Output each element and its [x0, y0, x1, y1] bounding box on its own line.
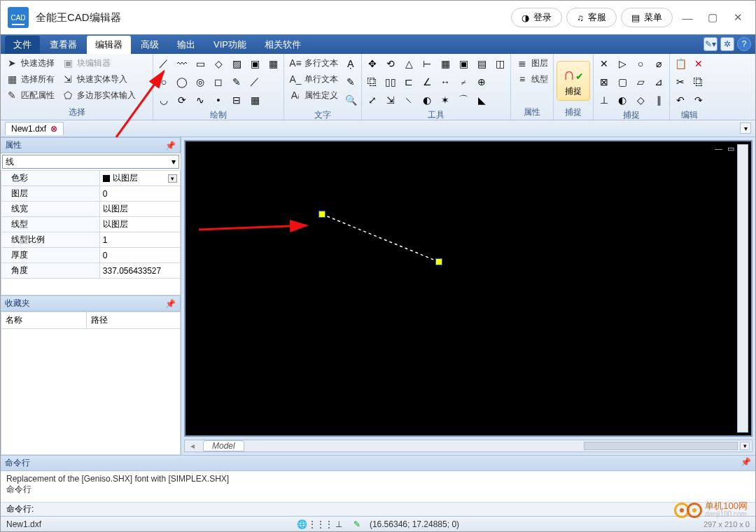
- align-icon[interactable]: ↔: [438, 74, 453, 90]
- tab-viewer[interactable]: 查看器: [41, 36, 85, 54]
- close-tab-icon[interactable]: ⊗: [50, 124, 57, 134]
- attrdef-button[interactable]: Aᵢ属性定义: [287, 88, 340, 102]
- command-input[interactable]: 命令行:: [1, 502, 755, 516]
- group2-icon[interactable]: ▤: [474, 56, 489, 71]
- extend-icon[interactable]: ⟍: [401, 92, 416, 108]
- cut-icon[interactable]: ✂: [673, 74, 688, 90]
- tab-file[interactable]: 文件: [5, 36, 40, 54]
- snap-nea-icon[interactable]: ◐: [615, 92, 630, 108]
- snap-end-icon[interactable]: ✕: [596, 56, 612, 71]
- polysolid-input-button[interactable]: ⬠多边形实体输入: [59, 88, 138, 102]
- drawing-canvas[interactable]: — ▭ ✕: [184, 140, 752, 437]
- minimize-button[interactable]: —: [677, 7, 698, 28]
- status-earth-icon[interactable]: 🌐: [297, 519, 308, 530]
- dim-lin-icon[interactable]: ⊢: [419, 56, 435, 71]
- block-editor-button[interactable]: ▣块编辑器: [59, 56, 138, 70]
- mirror-icon[interactable]: ▯▯: [383, 74, 398, 90]
- shape-icon[interactable]: ◇: [211, 56, 226, 71]
- snap-per-icon[interactable]: ⊿: [651, 74, 666, 90]
- redo-icon[interactable]: ↷: [691, 92, 706, 108]
- snap-nod-icon[interactable]: ⌀: [651, 56, 666, 71]
- ring-icon[interactable]: ◎: [192, 74, 208, 90]
- service-button[interactable]: ♫客服: [566, 8, 617, 27]
- ellipse-icon[interactable]: ◯: [174, 74, 190, 90]
- pencil-edit-icon[interactable]: ✎▾: [704, 37, 718, 51]
- scale-icon[interactable]: ⤢: [365, 92, 380, 108]
- polyline-icon[interactable]: 〰: [174, 56, 190, 71]
- group1-icon[interactable]: ▣: [456, 56, 471, 71]
- grip-start[interactable]: [318, 211, 326, 218]
- tab-vip[interactable]: VIP功能: [205, 36, 255, 54]
- tab-related[interactable]: 相关软件: [256, 36, 309, 54]
- rotate-icon[interactable]: ⟲: [383, 56, 398, 71]
- solid-import-button[interactable]: ⇲快速实体导入: [59, 72, 138, 86]
- block-insert-icon[interactable]: ▣: [247, 56, 262, 71]
- image-icon[interactable]: ▦: [265, 56, 281, 71]
- fillet-icon[interactable]: ⌒: [456, 92, 471, 108]
- trim-icon[interactable]: △: [401, 56, 416, 71]
- dim-rad-icon[interactable]: ◐: [419, 92, 435, 108]
- status-grid-icon[interactable]: ⋮⋮⋮: [315, 519, 326, 530]
- model-tab[interactable]: Model: [203, 440, 244, 451]
- status-ortho-icon[interactable]: ⊥: [333, 519, 344, 530]
- explode-icon[interactable]: ✶: [438, 92, 453, 108]
- snap-button[interactable]: ∩✔ 捕捉: [556, 61, 590, 101]
- delete-icon[interactable]: ✕: [691, 56, 706, 71]
- entity-type-combo[interactable]: 线▾: [2, 155, 179, 169]
- group3-icon[interactable]: ◫: [492, 56, 507, 71]
- scroll-dropdown[interactable]: ▾: [740, 442, 750, 450]
- refresh-icon[interactable]: ⟳: [174, 92, 190, 108]
- break-icon[interactable]: ⌿: [456, 74, 471, 90]
- prop-row-ltscale[interactable]: 线型比例1: [1, 232, 181, 248]
- join-icon[interactable]: ⊕: [474, 74, 489, 90]
- hatch-icon[interactable]: ▨: [229, 56, 244, 71]
- snap-qua-icon[interactable]: ⊠: [596, 74, 612, 90]
- dimension-icon[interactable]: ⊟: [229, 92, 244, 108]
- point-icon[interactable]: •: [211, 92, 226, 108]
- snap-tan-icon[interactable]: ⊥: [596, 92, 612, 108]
- snap-par-icon[interactable]: ∥: [651, 92, 666, 108]
- close-button[interactable]: ✕: [727, 7, 748, 28]
- vertical-scrollbar[interactable]: [737, 144, 748, 433]
- paste-icon[interactable]: 📋: [673, 56, 688, 71]
- prop-row-lw[interactable]: 线宽以图层: [1, 202, 181, 217]
- pin-icon-fav[interactable]: 📌: [165, 299, 176, 309]
- help-icon[interactable]: ?: [737, 37, 751, 51]
- eyedrop-icon[interactable]: ✎: [229, 74, 244, 90]
- move-icon[interactable]: ✥: [365, 56, 380, 71]
- undo-icon[interactable]: ↶: [673, 92, 688, 108]
- horizontal-scrollbar[interactable]: [584, 442, 738, 450]
- pin-cmd-icon[interactable]: 📌: [741, 457, 751, 469]
- measure-icon[interactable]: ／: [247, 74, 262, 90]
- square-icon[interactable]: ◻: [211, 74, 226, 90]
- prop-row-color[interactable]: 色彩以图层▾: [1, 171, 181, 186]
- copy2-icon[interactable]: ⿻: [691, 74, 706, 90]
- doc-tab-new1[interactable]: New1.dxf ⊗: [5, 122, 64, 135]
- layers-button[interactable]: ≣图层: [514, 56, 550, 70]
- chamfer-icon[interactable]: ◣: [474, 92, 489, 108]
- quick-select-button[interactable]: ➤快速选择: [4, 56, 57, 70]
- pin-icon[interactable]: 📌: [165, 141, 176, 150]
- menu-button[interactable]: ▤菜单: [621, 8, 673, 27]
- rect-icon[interactable]: ▭: [192, 56, 208, 71]
- dim-ang-icon[interactable]: ∠: [419, 74, 435, 90]
- prop-row-angle[interactable]: 角度337.056433527: [1, 263, 181, 279]
- prop-row-thick[interactable]: 厚度0: [1, 248, 181, 263]
- circle-icon[interactable]: ○: [156, 74, 172, 90]
- stretch-icon[interactable]: ⇲: [383, 92, 398, 108]
- stext-button[interactable]: A_单行文本: [287, 72, 340, 86]
- snap-cen-icon[interactable]: ○: [633, 56, 648, 71]
- spline-icon[interactable]: ∿: [192, 92, 208, 108]
- text-edit-icon[interactable]: ✎: [343, 74, 358, 90]
- snap-ins-icon[interactable]: ▱: [633, 74, 648, 90]
- login-button[interactable]: ◑登录: [511, 8, 562, 27]
- maximize-button[interactable]: ▢: [702, 7, 723, 28]
- mtext-button[interactable]: A≡多行文本: [287, 56, 340, 70]
- line-icon[interactable]: ／: [156, 56, 172, 71]
- tabs-dropdown[interactable]: ▾: [740, 122, 751, 134]
- text-style-icon[interactable]: Ạ: [343, 56, 358, 71]
- snap-int-icon[interactable]: ▢: [615, 74, 630, 90]
- table-icon[interactable]: ▦: [247, 92, 262, 108]
- arc-icon[interactable]: ◡: [156, 92, 172, 108]
- snap-app-icon[interactable]: ◇: [633, 92, 648, 108]
